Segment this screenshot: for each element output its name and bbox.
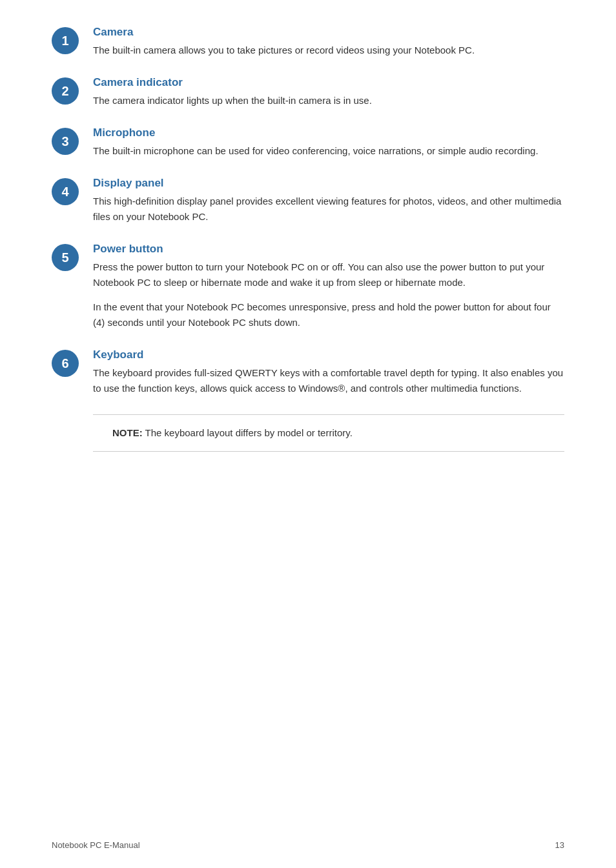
note-label: NOTE: — [112, 427, 143, 438]
item-body-4: This high-definition display panel provi… — [93, 194, 564, 225]
list-item-3: 3MicrophoneThe built-in microphone can b… — [52, 126, 564, 159]
list-item-6: 6KeyboardThe keyboard provides full-size… — [52, 348, 564, 396]
list-item-2: 2Camera indicatorThe camera indicator li… — [52, 76, 564, 108]
item-title-1: Camera — [93, 26, 564, 39]
item-title-2: Camera indicator — [93, 76, 564, 89]
item-title-6: Keyboard — [93, 348, 564, 361]
badge-6: 6 — [52, 350, 79, 377]
list-item-1: 1CameraThe built-in camera allows you to… — [52, 26, 564, 58]
note-text: The keyboard layout differs by model or … — [145, 427, 353, 438]
badge-1: 1 — [52, 27, 79, 54]
item-title-5: Power button — [93, 243, 564, 256]
footer: Notebook PC E-Manual 13 — [52, 840, 564, 850]
page-container: 1CameraThe built-in camera allows you to… — [0, 0, 616, 868]
footer-page: 13 — [555, 840, 564, 850]
list-item-5: 5Power buttonPress the power button to t… — [52, 243, 564, 330]
item-body-2: The camera indicator lights up when the … — [93, 93, 564, 108]
note-box: NOTE: The keyboard layout differs by mod… — [93, 414, 564, 452]
item-body-3: The built-in microphone can be used for … — [93, 143, 564, 159]
item-body-5: Press the power button to turn your Note… — [93, 259, 564, 330]
item-title-3: Microphone — [93, 126, 564, 139]
badge-5: 5 — [52, 244, 79, 271]
item-title-4: Display panel — [93, 177, 564, 190]
badge-3: 3 — [52, 128, 79, 155]
item-content-1: CameraThe built-in camera allows you to … — [93, 26, 564, 58]
item-content-5: Power buttonPress the power button to tu… — [93, 243, 564, 330]
item-body-6: The keyboard provides full-sized QWERTY … — [93, 365, 564, 396]
item-content-4: Display panelThis high-definition displa… — [93, 177, 564, 225]
item-content-2: Camera indicatorThe camera indicator lig… — [93, 76, 564, 108]
footer-title: Notebook PC E-Manual — [52, 840, 140, 850]
item-content-3: MicrophoneThe built-in microphone can be… — [93, 126, 564, 159]
items-container: 1CameraThe built-in camera allows you to… — [52, 26, 564, 396]
list-item-4: 4Display panelThis high-definition displ… — [52, 177, 564, 225]
item-body-1: The built-in camera allows you to take p… — [93, 43, 564, 58]
badge-2: 2 — [52, 77, 79, 105]
badge-4: 4 — [52, 178, 79, 205]
item-content-6: KeyboardThe keyboard provides full-sized… — [93, 348, 564, 396]
